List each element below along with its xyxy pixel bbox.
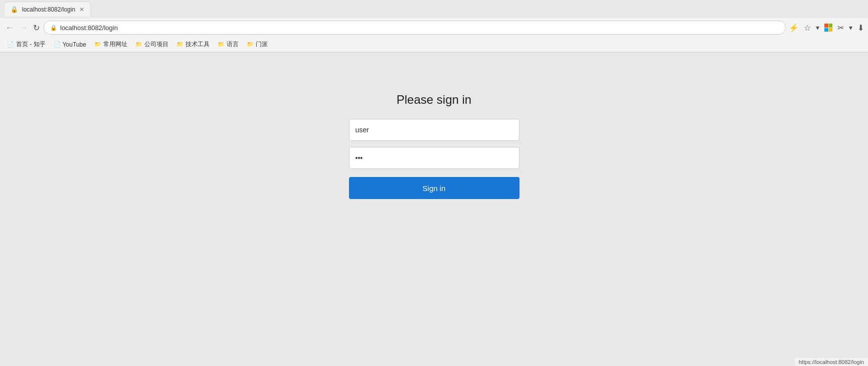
tab-icon: 🔒 (11, 6, 18, 13)
company-bm-icon: 📁 (135, 41, 142, 48)
bookmark-zhihu[interactable]: 📄 首页 - 知乎 (4, 39, 49, 50)
dropdown-icon[interactable]: ▾ (816, 24, 819, 32)
bookmark-youtube[interactable]: 📄 YouTube (51, 40, 89, 49)
bookmarks-bar: 📄 首页 - 知乎 📄 YouTube 📁 常用网址 📁 公司项目 📁 技术工具… (0, 37, 868, 52)
download-icon[interactable]: ⬇ (857, 23, 864, 33)
password-input[interactable] (349, 147, 519, 169)
status-bar: https://localhost:8082/login (795, 358, 868, 366)
address-bar-row: ← → ↻ 🔒 localhost:8082/login ⚡ ☆ ▾ ✂ ▾ ⬇ (0, 18, 868, 37)
sign-in-button[interactable]: Sign in (349, 177, 519, 199)
microsoft-squares-icon[interactable] (824, 24, 832, 32)
tech-bm-icon: 📁 (177, 41, 184, 48)
status-url: https://localhost:8082/login (799, 359, 864, 365)
more-dropdown-icon[interactable]: ▾ (849, 24, 852, 32)
bookmark-language-label: 语言 (227, 40, 239, 49)
address-bar[interactable]: 🔒 localhost:8082/login (44, 21, 786, 35)
bookmark-sect[interactable]: 📁 门派 (244, 39, 271, 50)
login-form: Sign in (349, 119, 519, 199)
lightning-icon[interactable]: ⚡ (789, 23, 799, 33)
tab-bar: 🔒 localhost:8082/login ✕ (0, 0, 868, 18)
bookmark-sect-label: 门派 (256, 40, 268, 49)
username-input[interactable] (349, 119, 519, 141)
star-icon[interactable]: ☆ (804, 23, 811, 33)
bookmark-common-label: 常用网址 (103, 40, 127, 49)
bookmark-language[interactable]: 📁 语言 (215, 39, 242, 50)
login-title: Please sign in (397, 93, 471, 107)
bookmark-company[interactable]: 📁 公司项目 (132, 39, 171, 50)
bookmark-tech-label: 技术工具 (186, 40, 210, 49)
bookmark-tech[interactable]: 📁 技术工具 (173, 39, 213, 50)
scissors-icon[interactable]: ✂ (837, 23, 844, 33)
page-content: Please sign in Sign in (0, 53, 868, 366)
common-bm-icon: 📁 (94, 41, 101, 48)
lock-icon: 🔒 (50, 25, 57, 31)
bookmark-youtube-label: YouTube (63, 41, 86, 48)
browser-chrome: 🔒 localhost:8082/login ✕ ← → ↻ 🔒 localho… (0, 0, 868, 53)
active-tab[interactable]: 🔒 localhost:8082/login ✕ (4, 2, 91, 17)
bookmark-common[interactable]: 📁 常用网址 (91, 39, 130, 50)
youtube-bm-icon: 📄 (54, 41, 61, 48)
back-icon[interactable]: ← (4, 22, 15, 34)
zhihu-icon: 📄 (7, 41, 14, 48)
login-container: Please sign in Sign in (349, 93, 519, 199)
forward-icon[interactable]: → (18, 22, 29, 34)
bookmark-zhihu-label: 首页 - 知乎 (16, 40, 46, 49)
tab-title: localhost:8082/login (22, 6, 75, 13)
bookmark-company-label: 公司项目 (144, 40, 168, 49)
refresh-icon[interactable]: ↻ (32, 22, 41, 34)
tab-close-icon[interactable]: ✕ (79, 6, 84, 13)
url-text: localhost:8082/login (60, 24, 118, 32)
browser-toolbar-icons: ⚡ ☆ ▾ ✂ ▾ ⬇ (789, 23, 864, 33)
sect-bm-icon: 📁 (247, 41, 254, 48)
language-bm-icon: 📁 (218, 41, 225, 48)
